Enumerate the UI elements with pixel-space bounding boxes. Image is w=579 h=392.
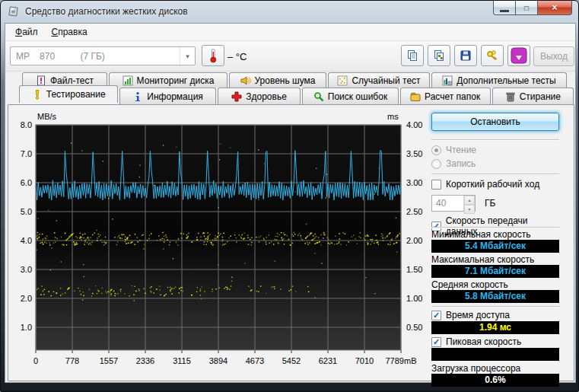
separator <box>431 227 559 228</box>
svg-text:0.50: 0.50 <box>406 323 422 332</box>
svg-text:5452: 5452 <box>282 356 301 365</box>
tab-label: Информация <box>147 91 202 102</box>
chevron-down-icon[interactable]: ▾ <box>180 47 195 65</box>
tab-label: Дополнительные тесты <box>457 75 555 86</box>
save-button[interactable] <box>454 45 477 66</box>
tab-additional-tests[interactable]: Дополнительные тесты <box>431 72 567 88</box>
svg-text:8.0: 8.0 <box>21 120 32 129</box>
tab-folder-usage[interactable]: Расчет папок <box>400 88 491 105</box>
spin-up-icon[interactable]: ▲ <box>464 196 475 205</box>
svg-text:5.0: 5.0 <box>21 207 32 216</box>
radio-read[interactable] <box>431 145 441 155</box>
max-speed-label: Максимальная скорость <box>431 254 559 265</box>
tab-strip: Файл-тест Мониторинг диска Уровень шума … <box>5 72 575 105</box>
svg-text:778: 778 <box>65 356 79 365</box>
control-panel: Остановить Чтение Запись Короткий рабочи… <box>431 111 562 379</box>
copy-button[interactable] <box>401 45 424 66</box>
tab-information[interactable]: Информация <box>119 88 216 105</box>
tab-disk-monitoring[interactable]: Мониторинг диска <box>109 72 227 88</box>
checkbox-burst-rate[interactable]: ✓ <box>431 337 441 347</box>
benchmark-chart: MB/sms8.07.06.05.04.03.02.01.04.003.503.… <box>10 105 444 371</box>
menu-file[interactable]: Файл <box>8 24 45 40</box>
separator <box>431 139 559 141</box>
trash-icon <box>505 91 516 102</box>
radio-write[interactable] <box>431 159 441 169</box>
avg-speed-value: 5.8 Мбайт/сек <box>431 290 559 303</box>
tab-health[interactable]: Здоровье <box>218 88 301 105</box>
tab-label: Стирание <box>520 91 561 102</box>
svg-text:1.50: 1.50 <box>406 265 422 274</box>
file-test-icon <box>36 75 46 86</box>
svg-text:3.00: 3.00 <box>406 178 422 187</box>
access-time-value: 1.94 мс <box>431 321 559 334</box>
bar-chart-icon <box>122 75 133 86</box>
separator <box>431 306 559 308</box>
maximize-button[interactable]: □ <box>516 1 538 15</box>
short-stroke-size-input[interactable]: 40 ▲ ▼ <box>431 195 476 212</box>
tab-error-scan[interactable]: Поиск ошибок <box>302 88 399 105</box>
menu-bar: Файл Справка <box>5 24 575 41</box>
cpu-usage-value: 0.6% <box>431 374 559 387</box>
options-button[interactable] <box>481 45 504 66</box>
tab-testing[interactable]: Тестирование <box>19 85 118 103</box>
keys-icon <box>485 49 499 62</box>
short-stroke-size-value: 40 <box>432 196 463 211</box>
svg-text:6.0: 6.0 <box>21 178 32 187</box>
drive-select[interactable]: MP 870 (7 ГБ) ▾ <box>10 46 196 65</box>
tab-random-test[interactable]: Случайный тест <box>328 72 430 88</box>
chart-plot: MB/sms8.07.06.05.04.03.02.01.04.003.503.… <box>10 105 442 370</box>
svg-text:6231: 6231 <box>319 356 337 365</box>
svg-text:2.50: 2.50 <box>406 207 422 216</box>
svg-text:7.0: 7.0 <box>21 149 32 158</box>
menu-help[interactable]: Справка <box>45 24 94 40</box>
copy-image-button[interactable] <box>428 45 450 66</box>
tab-label: Мониторинг диска <box>137 75 215 86</box>
spin-down-icon[interactable]: ▼ <box>464 205 475 214</box>
svg-text:2.0: 2.0 <box>21 294 32 303</box>
tab-noise-level[interactable]: Уровень шума <box>229 72 326 88</box>
svg-text:7010: 7010 <box>355 356 374 365</box>
chart-grid-icon <box>442 75 453 86</box>
max-speed-value: 7.1 Мбайт/сек <box>431 265 559 278</box>
svg-text:2336: 2336 <box>136 356 154 365</box>
save-icon <box>460 49 472 62</box>
thermometer-icon <box>208 48 218 63</box>
burst-rate-value <box>431 348 559 361</box>
checkbox-short-stroke[interactable] <box>431 180 441 190</box>
short-stroke-label: Короткий рабочий ход <box>446 179 539 190</box>
min-speed-label: Минимальная скорость <box>431 229 559 240</box>
radio-write-label: Запись <box>446 158 476 169</box>
svg-text:3115: 3115 <box>173 356 191 365</box>
client-area: Файл Справка MP 870 (7 ГБ) ▾ – °C <box>5 23 576 383</box>
svg-text:0: 0 <box>33 356 38 365</box>
exit-button[interactable]: Выход <box>533 46 574 66</box>
copy-image-icon <box>433 49 445 62</box>
download-button[interactable] <box>507 45 530 66</box>
tab-label: Случайный тест <box>352 75 420 86</box>
cpu-usage-label: Загрузка процессора <box>431 363 559 374</box>
stop-button[interactable]: Остановить <box>431 113 559 131</box>
folder-icon <box>410 91 421 102</box>
tab-label: Расчет папок <box>425 91 480 102</box>
info-icon <box>132 91 143 102</box>
temperature-button[interactable] <box>202 45 224 66</box>
svg-text:1.00: 1.00 <box>406 294 422 303</box>
svg-text:3.50: 3.50 <box>406 149 422 158</box>
burst-rate-label: Пиковая скорость <box>446 336 521 347</box>
minimize-icon <box>500 10 509 12</box>
checkbox-access-time[interactable]: ✓ <box>431 311 441 320</box>
title-bar[interactable]: Средство диагностики жестких дисков □ × <box>1 1 578 22</box>
tab-erase[interactable]: Стирание <box>492 88 574 105</box>
random-dots-icon <box>337 75 348 86</box>
svg-text:1.0: 1.0 <box>21 323 32 332</box>
close-icon: × <box>552 2 557 13</box>
tab-label: Поиск ошибок <box>328 91 387 102</box>
access-time-label: Время доступа <box>446 310 510 320</box>
minimize-button[interactable] <box>493 1 516 15</box>
svg-text:3.0: 3.0 <box>21 265 32 274</box>
tab-label: Здоровье <box>246 91 287 102</box>
close-button[interactable]: × <box>538 1 572 15</box>
copy-icon <box>406 49 418 62</box>
app-window: Средство диагностики жестких дисков □ × … <box>0 0 579 392</box>
svg-text:4673: 4673 <box>246 356 264 365</box>
